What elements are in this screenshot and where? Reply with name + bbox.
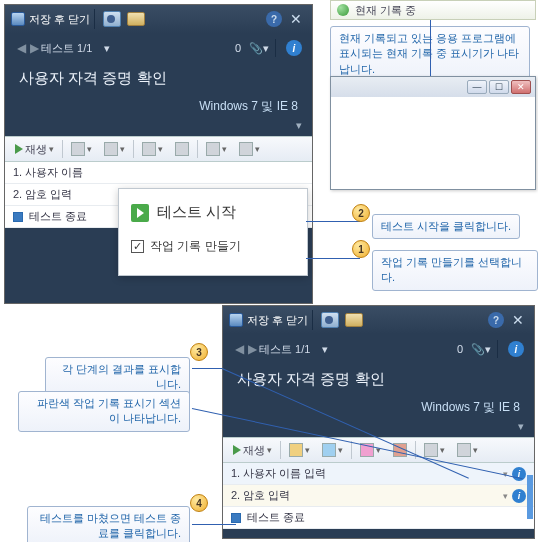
- attach-dropdown[interactable]: ▾: [263, 42, 269, 55]
- callout-2: 테스트 시작을 클릭합니다.: [372, 214, 520, 239]
- environment-label: Windows 7 및 IE 8: [223, 399, 534, 420]
- titlebar: 저장 후 닫기 ? ✕: [5, 5, 312, 33]
- count-label: 0: [457, 343, 463, 355]
- start-test-button[interactable]: 테스트 시작: [131, 203, 295, 222]
- attachment-icon[interactable]: 📎: [471, 343, 485, 356]
- tool-btn-4[interactable]: [171, 139, 193, 159]
- play-icon: [131, 204, 149, 222]
- badge-3: 3: [190, 343, 208, 361]
- leader-line: [306, 258, 360, 259]
- test-nav: ◀ ▶ 테스트 1/1 ▾ 0 📎 ▾ i: [223, 334, 534, 364]
- help-button[interactable]: ?: [488, 312, 504, 328]
- open-folder-button[interactable]: [345, 313, 363, 327]
- window-close-button[interactable]: ✕: [511, 80, 531, 94]
- save-icon: [229, 313, 243, 327]
- tool-btn-6[interactable]: ▾: [235, 139, 264, 159]
- badge-1: 1: [352, 240, 370, 258]
- close-button[interactable]: ✕: [286, 9, 306, 29]
- tool-btn-1[interactable]: ▾: [67, 139, 96, 159]
- step-info-button[interactable]: i: [512, 489, 526, 503]
- close-button[interactable]: ✕: [508, 310, 528, 330]
- recording-dot-icon: [337, 4, 349, 16]
- end-test-icon: [231, 513, 241, 523]
- next-test-button[interactable]: ▶: [248, 342, 257, 356]
- step-list: 1. 사용자 이름 입력 ▾ i 2. 암호 입력 ▾ i 테스트 종료: [223, 463, 534, 529]
- screenshot-button[interactable]: [321, 312, 339, 328]
- minimize-button[interactable]: —: [467, 80, 487, 94]
- tool-btn-6[interactable]: ▾: [453, 440, 482, 460]
- info-button[interactable]: i: [286, 40, 302, 56]
- tool-btn-3[interactable]: ▾: [138, 139, 167, 159]
- info-button[interactable]: i: [508, 341, 524, 357]
- step-toolbar: 재생▾ ▾ ▾ ▾ ▾ ▾: [5, 136, 312, 162]
- count-label: 0: [235, 42, 241, 54]
- test-dropdown[interactable]: ▾: [104, 42, 110, 55]
- test-nav: ◀ ▶ 테스트 1/1 ▾ 0 📎 ▾ i: [5, 33, 312, 63]
- attach-dropdown[interactable]: ▾: [485, 343, 491, 356]
- title-label: 저장 후 닫기: [29, 12, 90, 27]
- target-app-window: — ☐ ✕: [330, 76, 536, 190]
- badge-2: 2: [352, 204, 370, 222]
- env-dropdown[interactable]: ▾: [223, 420, 534, 437]
- test-dropdown[interactable]: ▾: [322, 343, 328, 356]
- test-runner-panel-after: 저장 후 닫기 ? ✕ ◀ ▶ 테스트 1/1 ▾ 0 📎 ▾ i 사용자 자격…: [222, 305, 535, 539]
- titlebar: 저장 후 닫기 ? ✕: [223, 306, 534, 334]
- leader-line: [430, 20, 431, 76]
- leader-line: [306, 221, 360, 222]
- blue-recording-marker: [527, 475, 533, 519]
- start-popup: 테스트 시작 ✓ 작업 기록 만들기: [118, 188, 308, 276]
- environment-label: Windows 7 및 IE 8: [5, 98, 312, 119]
- test-title: 사용자 자격 증명 확인: [223, 364, 534, 399]
- save-icon: [11, 12, 25, 26]
- prev-test-button[interactable]: ◀: [17, 41, 26, 55]
- env-dropdown[interactable]: ▾: [5, 119, 312, 136]
- window-titlebar: — ☐ ✕: [331, 77, 535, 97]
- create-recording-checkbox[interactable]: ✓ 작업 기록 만들기: [131, 238, 295, 255]
- next-test-button[interactable]: ▶: [30, 41, 39, 55]
- end-test-icon: [13, 212, 23, 222]
- help-button[interactable]: ?: [266, 11, 282, 27]
- title-label: 저장 후 닫기: [247, 313, 308, 328]
- callout-blue-marker: 파란색 작업 기록 표시기 섹션이 나타납니다.: [18, 391, 190, 432]
- leader-line: [192, 524, 236, 525]
- play-button[interactable]: 재생▾: [229, 440, 276, 460]
- step-row[interactable]: 1. 사용자 이름 입력 ▾ i: [223, 463, 534, 485]
- tool-btn-2[interactable]: ▾: [100, 139, 129, 159]
- step-toolbar: 재생▾ ▾ ▾ ▾ ▾ ▾: [223, 437, 534, 463]
- callout-1: 작업 기록 만들기를 선택합니다.: [372, 250, 538, 291]
- recording-indicator: 현재 기록 중: [330, 0, 536, 20]
- leader-line: [192, 368, 222, 369]
- open-folder-button[interactable]: [127, 12, 145, 26]
- step-row-end[interactable]: 테스트 종료: [223, 507, 534, 529]
- badge-4: 4: [190, 494, 208, 512]
- test-counter: 테스트 1/1: [259, 342, 310, 357]
- step-row[interactable]: 1. 사용자 이름: [5, 162, 312, 184]
- maximize-button[interactable]: ☐: [489, 80, 509, 94]
- tool-btn-1[interactable]: ▾: [285, 440, 314, 460]
- checkbox-icon: ✓: [131, 240, 144, 253]
- tool-btn-5[interactable]: ▾: [202, 139, 231, 159]
- result-dropdown[interactable]: ▾: [503, 491, 508, 501]
- prev-test-button[interactable]: ◀: [235, 342, 244, 356]
- separator: [94, 9, 95, 29]
- screenshot-button[interactable]: [103, 11, 121, 27]
- test-title: 사용자 자격 증명 확인: [5, 63, 312, 98]
- attachment-icon[interactable]: 📎: [249, 42, 263, 55]
- callout-4: 테스트를 마쳤으면 테스트 종료를 클릭합니다.: [27, 506, 190, 542]
- step-row[interactable]: 2. 암호 입력 ▾ i: [223, 485, 534, 507]
- test-counter: 테스트 1/1: [41, 41, 92, 56]
- tool-btn-2[interactable]: ▾: [318, 440, 347, 460]
- play-button[interactable]: 재생▾: [11, 139, 58, 159]
